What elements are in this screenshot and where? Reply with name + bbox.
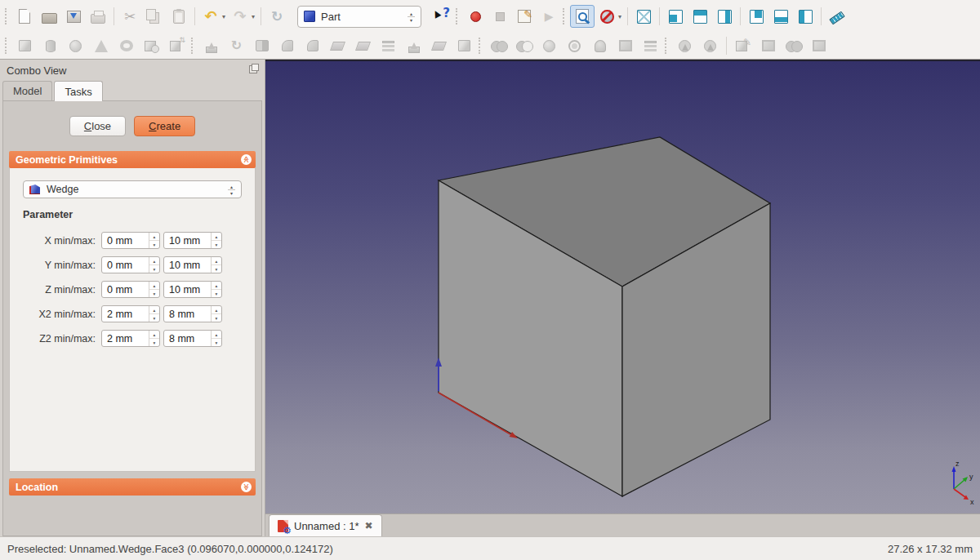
3d-viewport[interactable]: z y x [265, 60, 980, 513]
part-mirror-button[interactable] [249, 35, 274, 56]
param-x2-max-value[interactable]: 8 mm [164, 306, 211, 322]
param-z2-max-spin-down[interactable]: ▾ [212, 339, 221, 346]
param-z2-min-spin-up[interactable]: ▴ [149, 331, 159, 339]
refresh-button[interactable]: ↻ [265, 5, 289, 28]
macro-stop-button[interactable] [488, 5, 512, 28]
part-boolean-fuse-button[interactable] [537, 35, 562, 56]
param-y-max-spinbox[interactable]: 10 mm▴▾ [163, 256, 222, 273]
param-y-min-spin-down[interactable]: ▾ [149, 265, 159, 273]
param-z-max-spinbox[interactable]: 10 mm▴▾ [163, 281, 222, 298]
close-document-icon[interactable]: ✖ [365, 520, 373, 531]
part-create-primitives-button[interactable] [139, 35, 164, 56]
toolbar-handle[interactable] [5, 8, 8, 24]
part-sphere-button[interactable] [63, 35, 88, 56]
param-x-min-value[interactable]: 0 mm [102, 233, 149, 248]
part-shape-builder-button[interactable] [164, 35, 189, 56]
param-x2-min-spin-buttons[interactable]: ▴▾ [149, 306, 159, 322]
open-file-button[interactable] [37, 5, 61, 28]
param-x-max-spin-down[interactable]: ▾ [212, 241, 221, 248]
param-z-min-value[interactable]: 0 mm [102, 282, 149, 297]
part-defeaturing-button[interactable] [730, 35, 755, 56]
toolbar-handle[interactable] [191, 38, 194, 54]
param-z-min-spinbox[interactable]: 0 mm▴▾ [101, 281, 160, 298]
param-z-min-spin-buttons[interactable]: ▴▾ [149, 282, 159, 297]
param-x2-min-spin-up[interactable]: ▴ [149, 306, 159, 314]
print-button[interactable] [86, 5, 110, 28]
part-torus-button[interactable] [114, 35, 139, 56]
create-button[interactable]: Create [134, 116, 195, 136]
param-z2-max-spinbox[interactable]: 8 mm▴▾ [163, 330, 222, 347]
view-axonometric-button[interactable] [631, 5, 656, 28]
part-loft-button[interactable] [376, 35, 401, 56]
part-boolean-button[interactable] [672, 35, 697, 56]
primitive-type-select[interactable]: Wedge ▴▾ [23, 180, 242, 198]
part-refine-shape-button[interactable] [781, 35, 806, 56]
param-z2-max-spin-buttons[interactable]: ▴▾ [211, 331, 221, 346]
macro-record-button[interactable] [463, 5, 488, 28]
param-x2-min-value[interactable]: 2 mm [102, 306, 149, 322]
param-x-min-spin-buttons[interactable]: ▴▾ [149, 233, 159, 248]
param-z2-min-spin-down[interactable]: ▾ [149, 339, 159, 346]
param-y-max-spin-up[interactable]: ▴ [212, 257, 221, 265]
toolbar-handle[interactable] [5, 38, 8, 54]
param-x2-max-spin-up[interactable]: ▴ [212, 306, 221, 314]
part-reorient-button[interactable] [806, 35, 831, 56]
part-check-geometry-button[interactable] [587, 35, 612, 56]
param-y-min-spin-up[interactable]: ▴ [149, 257, 159, 265]
param-z2-min-spin-buttons[interactable]: ▴▾ [149, 331, 159, 346]
param-x2-max-spin-buttons[interactable]: ▴▾ [211, 306, 221, 322]
view-front-button[interactable] [663, 5, 688, 28]
workbench-selector-spinner[interactable]: ▴▾ [408, 11, 415, 22]
view-bottom-button[interactable] [768, 5, 793, 28]
toolbar-handle[interactable] [665, 38, 668, 54]
new-file-button[interactable] [12, 5, 37, 28]
param-z-max-spin-buttons[interactable]: ▴▾ [211, 282, 221, 297]
undock-panel-icon[interactable] [249, 65, 257, 73]
param-x-max-spin-buttons[interactable]: ▴▾ [211, 233, 221, 248]
part-boolean-union-button[interactable] [486, 35, 511, 56]
cut-button[interactable]: ✂ [118, 5, 142, 28]
param-z-min-spin-up[interactable]: ▴ [149, 282, 159, 290]
param-z2-min-value[interactable]: 2 mm [102, 331, 149, 346]
toolbar-handle[interactable] [456, 8, 459, 24]
primitive-type-spinner[interactable]: ▴▾ [228, 184, 235, 195]
redo-button[interactable]: ↷ [228, 5, 252, 28]
param-x2-min-spinbox[interactable]: 2 mm▴▾ [101, 305, 160, 322]
param-y-min-spinbox[interactable]: 0 mm▴▾ [101, 256, 160, 273]
param-z-min-spin-down[interactable]: ▾ [149, 290, 159, 297]
part-extrude-button[interactable] [198, 35, 224, 56]
part-make-face-button[interactable] [325, 35, 350, 56]
param-x-max-spin-up[interactable]: ▴ [212, 233, 221, 241]
copy-button[interactable] [142, 5, 167, 28]
param-z2-max-value[interactable]: 8 mm [164, 331, 211, 346]
param-y-max-spin-down[interactable]: ▾ [212, 265, 221, 273]
param-x-min-spin-up[interactable]: ▴ [149, 233, 159, 241]
save-file-button[interactable] [61, 5, 86, 28]
param-y-min-spin-buttons[interactable]: ▴▾ [149, 257, 159, 273]
part-revolve-button[interactable]: ↻ [224, 35, 249, 56]
macro-execute-button[interactable]: ▶ [537, 5, 561, 28]
workbench-selector[interactable]: Part▴▾ [297, 6, 421, 28]
draw-style-button[interactable] [595, 5, 619, 28]
part-offset-button[interactable] [426, 35, 452, 56]
param-x2-max-spin-down[interactable]: ▾ [212, 314, 221, 322]
param-z2-max-spin-up[interactable]: ▴ [212, 331, 221, 339]
expand-section-icon[interactable]: ≪ [241, 482, 252, 492]
geometric-primitives-header[interactable]: Geometric Primitives ≪ [9, 151, 256, 168]
draw-style-dropdown[interactable]: ▾ [618, 13, 621, 20]
param-y-max-spin-buttons[interactable]: ▴▾ [211, 257, 221, 273]
param-x-min-spinbox[interactable]: 0 mm▴▾ [101, 232, 160, 249]
part-thickness-button[interactable] [452, 35, 477, 56]
view-top-button[interactable] [688, 5, 712, 28]
part-ruled-surface-button[interactable] [350, 35, 376, 56]
part-cylinder-button[interactable] [38, 35, 63, 56]
part-fillet-button[interactable] [274, 35, 300, 56]
measure-distance-button[interactable] [825, 5, 849, 28]
document-tab[interactable]: Unnamed : 1* ✖ [269, 514, 382, 536]
undo-button[interactable]: ↶ [198, 5, 223, 28]
part-compound-button[interactable] [612, 35, 638, 56]
tab-tasks[interactable]: Tasks [54, 81, 102, 101]
param-y-min-value[interactable]: 0 mm [102, 257, 149, 273]
param-z-max-spin-up[interactable]: ▴ [212, 282, 221, 290]
param-z-max-value[interactable]: 10 mm [164, 282, 211, 297]
